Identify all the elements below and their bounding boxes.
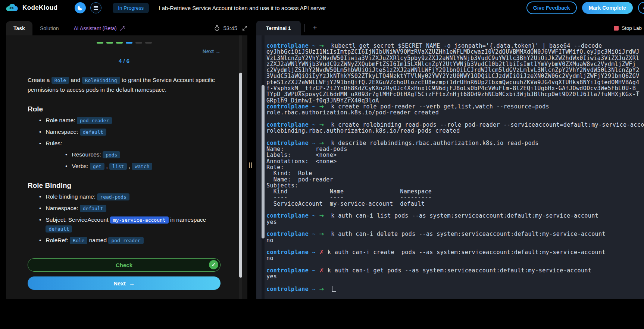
terminal-line: controlplane ~ →	[266, 286, 644, 292]
terminal-line: controlplane ~ → k create rolebinding re…	[266, 122, 644, 128]
terminal-panel[interactable]: controlplane ~ → kubectl get secret $SEC…	[256, 35, 644, 299]
terminal-line: controlplane ~ → kubectl get secret $SEC…	[266, 43, 644, 49]
terminal-line: controlplane ~ ✗ k auth can-i create pod…	[266, 249, 644, 255]
app-header: <> KodeKloud In Progress Lab-Retrieve Se…	[0, 0, 644, 16]
code-chip: watch	[132, 163, 152, 170]
course-menu-button[interactable]	[90, 2, 101, 13]
bullet-icon: •	[65, 162, 67, 171]
bullet-text: Verbs: get , list , watch	[72, 162, 152, 171]
prompt-error-cross: ✗	[319, 267, 324, 274]
terminal-output: controlplane ~ → kubectl get secret $SEC…	[266, 43, 644, 299]
terminal-line: GRp1h9_DimhwI-f0q3JN9YZrX40q3loA	[266, 98, 644, 104]
kodekloud-cloud-icon: <>	[5, 3, 19, 13]
bullet-icon: •	[39, 204, 41, 213]
logo-text: KodeKloud	[22, 4, 57, 12]
section-title: Role	[28, 105, 221, 113]
bullet-icon: •	[39, 116, 41, 125]
next-button[interactable]: Next →	[28, 276, 221, 290]
task-bullet: •Role binding name: read-pods	[39, 192, 221, 201]
terminal-cursor	[332, 286, 336, 292]
terminal-line: rolebinding.rbac.authorization.k8s.io/re…	[266, 128, 644, 134]
section-title: Role Binding	[28, 181, 221, 190]
bullet-text: Namespace: default	[46, 127, 106, 136]
terminal-line: Subjects:	[266, 183, 644, 189]
code-chip: read-pods	[97, 193, 129, 200]
task-tabbar: Task Solution AI Assistant (Beta) 53:45	[6, 20, 247, 35]
task-bullet: •Role name: pod-reader	[39, 116, 221, 125]
arrow-right-icon: →	[129, 280, 135, 287]
terminal-tabbar: Terminal 1 + Stop Lab	[256, 20, 644, 35]
mark-complete-button[interactable]: Mark Complete	[582, 2, 633, 14]
timer-value: 53:45	[223, 25, 237, 31]
step-counter: 4 / 6	[28, 58, 221, 64]
menu-icon	[94, 6, 98, 10]
prompt-success-arrow: →	[319, 231, 324, 237]
task-sections: Role•Role name: pod-reader•Namespace: de…	[28, 105, 221, 245]
bullet-icon: •	[39, 127, 41, 136]
terminal-line	[266, 225, 644, 231]
terminal-scrollbar[interactable]	[262, 85, 265, 238]
moon-icon	[77, 5, 83, 11]
expand-icon[interactable]	[242, 26, 247, 31]
terminal-line: controlplane ~ ✗ k auth can-i get pods -…	[266, 268, 644, 273]
progress-dash-current	[126, 42, 132, 44]
next-step-link[interactable]: Next →	[28, 48, 221, 54]
terminal-line: Labels: <none>	[266, 152, 644, 158]
progress-dash-done	[97, 42, 103, 44]
terminal-line	[266, 207, 644, 213]
bullet-icon: •	[39, 192, 41, 201]
terminal-line	[266, 243, 644, 249]
give-feedback-button[interactable]: Give Feedback	[526, 1, 577, 14]
code-chip: default	[46, 225, 72, 232]
progress-dashes	[28, 42, 221, 44]
code-chip: get	[90, 163, 104, 170]
task-panel: Next → 4 / 6 Create a Role and RoleBindi…	[6, 35, 247, 299]
terminal-line: Annotations: <none>	[266, 158, 644, 164]
terminal-line: no	[266, 255, 644, 261]
arrow-right-icon: →	[215, 48, 221, 54]
terminal-line: Kind: Role	[266, 170, 644, 176]
terminal-line: controlplane ~ → k auth can-i delete pod…	[266, 231, 644, 237]
terminal-line: controlplane ~ → k create role pod-reade…	[266, 104, 644, 110]
stop-icon	[614, 26, 619, 31]
terminal-line: no	[266, 237, 644, 243]
terminal-line	[266, 262, 644, 268]
code-chip: default	[80, 129, 106, 136]
dark-mode-toggle[interactable]	[75, 2, 86, 13]
task-scrollbar[interactable]	[239, 73, 242, 278]
header-actions: Give Feedback Mark Complete ‹	[526, 0, 644, 16]
terminal-line: role.rbac.authorization.k8s.io/pod-reade…	[266, 110, 644, 116]
code-chip: list	[109, 163, 127, 170]
code-chip: RoleBinding	[82, 77, 120, 84]
terminal-line: controlplane ~ → k describe rolebindings…	[266, 140, 644, 146]
magic-wand-icon	[119, 26, 125, 31]
terminal-line: c2VydmljZS1hY2NvdW50Lm5hbWUiOiJteS1zZXJ2…	[266, 67, 644, 73]
stop-lab-button[interactable]: Stop Lab	[614, 25, 642, 31]
tab-task[interactable]: Task	[6, 21, 32, 35]
code-chip: Role	[70, 237, 87, 244]
check-button[interactable]: Check ✓	[28, 258, 221, 272]
terminal-line: pteS1zZXJ2aWNlLWFjY291bnQifQ.2EXGuVZchoU…	[266, 79, 644, 85]
progress-dash-todo	[135, 42, 142, 44]
tab-ai-assistant[interactable]: AI Assistant (Beta)	[66, 21, 132, 35]
task-bullet: •Namespace: default	[39, 127, 221, 136]
kodekloud-logo: <> KodeKloud	[5, 3, 57, 13]
terminal-line: Name: read-pods	[266, 146, 644, 152]
terminal-line: ServiceAccount my-service-account defaul…	[266, 201, 644, 207]
status-badge: In Progress	[113, 3, 149, 13]
tab-solution[interactable]: Solution	[32, 21, 66, 35]
new-terminal-button[interactable]: +	[311, 23, 319, 32]
task-bullet: •Namespace: default	[39, 204, 221, 213]
check-success-icon: ✓	[209, 260, 218, 269]
terminal-tab[interactable]: Terminal 1	[256, 21, 301, 35]
collapse-panel-button[interactable]: ‹	[638, 2, 644, 14]
terminal-line: TYpD_3WPUXsposyCZL6ddMN_uX093r7glMHFcOtH…	[266, 91, 644, 97]
panel-resize-handle[interactable]: ||	[248, 161, 253, 169]
progress-dash-done	[106, 42, 113, 44]
terminal-line: Role:	[266, 164, 644, 170]
prompt-success-arrow: →	[319, 140, 324, 146]
code-chip: pod-reader	[108, 237, 143, 244]
bullet-text: Namespace: default	[46, 204, 106, 213]
terminal-line: ---- ---- ---------	[266, 194, 644, 200]
bullet-text: Subject: ServiceAccount my-service-accou…	[46, 215, 221, 233]
